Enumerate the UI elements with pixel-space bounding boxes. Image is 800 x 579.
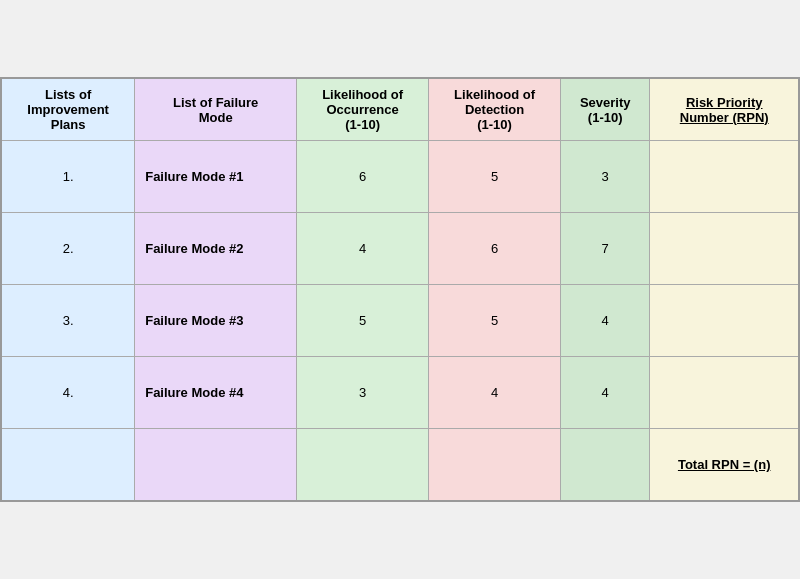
cell-occurrence-1: 6 xyxy=(297,141,429,213)
footer-col2 xyxy=(135,429,297,501)
footer-col3 xyxy=(297,429,429,501)
table-row: 1. Failure Mode #1 6 5 3 xyxy=(1,141,799,213)
cell-detection-3: 5 xyxy=(429,285,561,357)
cell-rpn-4 xyxy=(650,357,799,429)
header-severity: Severity(1-10) xyxy=(561,78,650,141)
cell-detection-4: 4 xyxy=(429,357,561,429)
cell-rpn-1 xyxy=(650,141,799,213)
cell-occurrence-4: 3 xyxy=(297,357,429,429)
cell-failure-4: Failure Mode #4 xyxy=(135,357,297,429)
cell-rpn-3 xyxy=(650,285,799,357)
fmea-table: Lists ofImprovementPlans List of Failure… xyxy=(0,77,800,502)
footer-col4 xyxy=(429,429,561,501)
cell-id-4: 4. xyxy=(1,357,135,429)
cell-occurrence-2: 4 xyxy=(297,213,429,285)
footer-total: Total RPN = (n) xyxy=(650,429,799,501)
table-row: 2. Failure Mode #2 4 6 7 xyxy=(1,213,799,285)
cell-failure-2: Failure Mode #2 xyxy=(135,213,297,285)
table-row: 3. Failure Mode #3 5 5 4 xyxy=(1,285,799,357)
cell-severity-4: 4 xyxy=(561,357,650,429)
cell-rpn-2 xyxy=(650,213,799,285)
header-rpn: Risk PriorityNumber (RPN) xyxy=(650,78,799,141)
footer-col1 xyxy=(1,429,135,501)
cell-detection-1: 5 xyxy=(429,141,561,213)
header-detection: Likelihood ofDetection(1-10) xyxy=(429,78,561,141)
cell-occurrence-3: 5 xyxy=(297,285,429,357)
header-improvement: Lists ofImprovementPlans xyxy=(1,78,135,141)
cell-id-3: 3. xyxy=(1,285,135,357)
table-row: 4. Failure Mode #4 3 4 4 xyxy=(1,357,799,429)
header-row: Lists ofImprovementPlans List of Failure… xyxy=(1,78,799,141)
cell-failure-3: Failure Mode #3 xyxy=(135,285,297,357)
cell-severity-1: 3 xyxy=(561,141,650,213)
footer-col5 xyxy=(561,429,650,501)
cell-id-2: 2. xyxy=(1,213,135,285)
header-failure: List of FailureMode xyxy=(135,78,297,141)
cell-severity-2: 7 xyxy=(561,213,650,285)
footer-row: Total RPN = (n) xyxy=(1,429,799,501)
header-occurrence: Likelihood ofOccurrence(1-10) xyxy=(297,78,429,141)
cell-detection-2: 6 xyxy=(429,213,561,285)
cell-id-1: 1. xyxy=(1,141,135,213)
cell-severity-3: 4 xyxy=(561,285,650,357)
cell-failure-1: Failure Mode #1 xyxy=(135,141,297,213)
